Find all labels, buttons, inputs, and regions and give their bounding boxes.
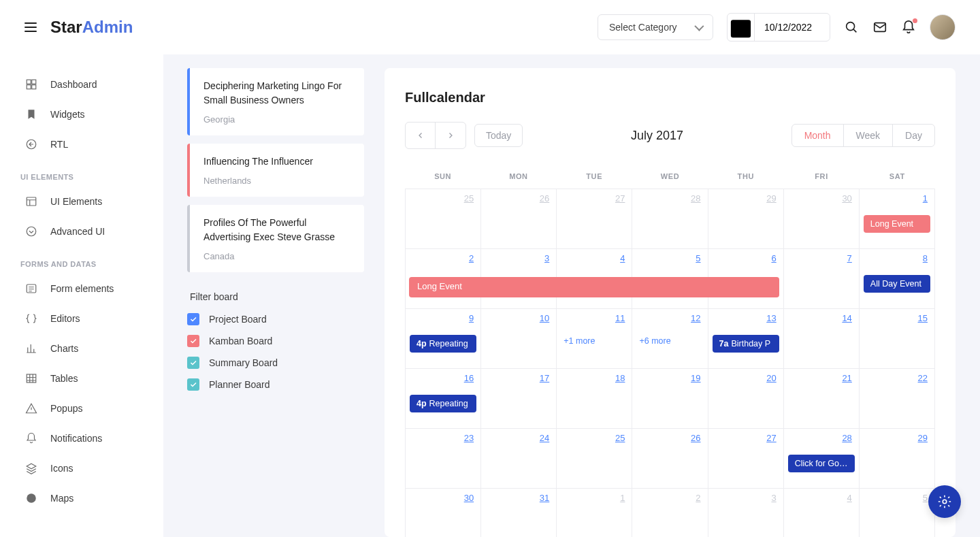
calendar-cell[interactable]: 20 [708,369,784,429]
day-number[interactable]: 31 [540,493,549,503]
day-number[interactable]: 11 [615,313,625,323]
sidebar-item-popups[interactable]: Popups [0,393,163,423]
day-number[interactable]: 9 [469,313,474,323]
day-number[interactable]: 17 [540,373,549,383]
day-number[interactable]: 27 [615,193,625,204]
day-number[interactable]: 28 [691,193,700,204]
sidebar-item-icons[interactable]: Icons [0,453,163,483]
event-long-event-span[interactable]: Long Event [409,277,779,297]
prev-button[interactable] [406,123,436,148]
day-number[interactable]: 27 [766,433,776,443]
calendar-cell[interactable]: 26 [481,189,557,249]
calendar-cell[interactable]: 5 [860,489,935,537]
logo[interactable]: StarAdmin [50,18,133,37]
calendar-cell[interactable]: 3 [708,489,784,537]
calendar-cell[interactable]: 18 [557,369,632,429]
day-number[interactable]: 26 [540,193,549,204]
calendar-cell[interactable]: 24 [481,429,557,489]
event-all-day[interactable]: All Day Event [864,275,930,293]
sidebar-item-form-elements[interactable]: Form elements [0,274,163,304]
day-number[interactable]: 25 [464,193,474,204]
day-number[interactable]: 16 [464,373,474,383]
event-google[interactable]: Click for Goog [788,455,855,472]
day-number[interactable]: 23 [464,433,474,443]
more-link[interactable]: +6 more [639,336,670,346]
event-repeating[interactable]: 4pRepeating [410,395,476,412]
calendar-icon[interactable] [728,14,755,41]
filter-planner-board[interactable]: Planner Board [187,378,364,391]
calendar-cell[interactable]: 12+6 more [632,309,708,369]
date-input[interactable] [755,15,830,39]
calendar-cell[interactable]: 1Long Event [860,189,935,249]
day-number[interactable]: 28 [842,433,851,443]
day-number[interactable]: 19 [691,373,700,383]
day-number[interactable]: 26 [691,433,700,443]
calendar-cell[interactable]: 15 [860,309,935,369]
calendar-cell[interactable]: 25 [557,429,632,489]
info-card[interactable]: Influencing The Influencer Netherlands [187,144,364,197]
calendar-cell[interactable]: 137aBirthday P [708,309,784,369]
day-number[interactable]: 4 [620,253,625,263]
day-number[interactable]: 8 [923,253,928,263]
sidebar-item-widgets[interactable]: Widgets [0,99,163,129]
sidebar-item-notifications[interactable]: Notifications [0,423,163,453]
search-icon[interactable] [844,20,859,35]
calendar-cell[interactable]: 26 [632,429,708,489]
today-button[interactable]: Today [474,124,523,147]
sidebar-item-maps[interactable]: Maps [0,483,163,513]
avatar[interactable] [930,14,956,40]
day-number[interactable]: 12 [691,313,700,323]
day-number[interactable]: 20 [766,373,776,383]
calendar-cell[interactable]: 28 [632,189,708,249]
calendar-cell[interactable]: 29 [708,189,784,249]
calendar-cell[interactable]: 7 [784,249,860,309]
event-long-event[interactable]: Long Event [864,215,930,233]
info-card[interactable]: Deciphering Marketing Lingo For Small Bu… [187,68,364,135]
view-week-button[interactable]: Week [843,125,893,146]
sidebar-item-editors[interactable]: Editors [0,304,163,333]
calendar-cell[interactable]: 164pRepeating [406,369,481,429]
day-number[interactable]: 2 [469,253,474,263]
day-number[interactable]: 2 [696,493,700,503]
day-number[interactable]: 15 [918,313,928,323]
day-number[interactable]: 30 [464,493,474,503]
day-number[interactable]: 3 [544,253,549,263]
day-number[interactable]: 29 [918,433,928,443]
menu-toggle-icon[interactable] [24,22,37,32]
calendar-cell[interactable]: 2 [632,489,708,537]
mail-icon[interactable] [872,20,887,35]
day-number[interactable]: 7 [847,253,852,263]
calendar-cell[interactable]: 31 [481,489,557,537]
calendar-cell[interactable]: 4 [784,489,860,537]
calendar-cell[interactable]: 30 [784,189,860,249]
calendar-cell[interactable]: 17 [481,369,557,429]
calendar-cell[interactable]: 22 [860,369,935,429]
bell-icon[interactable] [901,20,916,35]
next-button[interactable] [436,123,466,148]
day-number[interactable]: 5 [923,493,928,503]
calendar-cell[interactable]: 19 [632,369,708,429]
day-number[interactable]: 14 [842,313,851,323]
day-number[interactable]: 24 [540,433,549,443]
calendar-cell[interactable]: 11+1 more [557,309,632,369]
info-card[interactable]: Profiles Of The Powerful Advertising Exe… [187,205,364,272]
day-number[interactable]: 4 [847,493,852,503]
settings-fab[interactable] [928,485,961,518]
day-number[interactable]: 13 [766,313,776,323]
filter-project-board[interactable]: Project Board [187,313,364,325]
day-number[interactable]: 3 [771,493,776,503]
sidebar-item-advanced-ui[interactable]: Advanced UI [0,216,163,246]
calendar-cell[interactable]: 23 [406,429,481,489]
day-number[interactable]: 22 [918,373,928,383]
calendar-cell[interactable]: 27 [557,189,632,249]
view-day-button[interactable]: Day [892,125,934,146]
calendar-cell[interactable]: 10 [481,309,557,369]
calendar-cell[interactable]: 27 [708,429,784,489]
more-link[interactable]: +1 more [564,336,595,346]
sidebar-item-ui-elements[interactable]: UI Elements [0,186,163,216]
day-number[interactable]: 29 [766,193,776,204]
view-month-button[interactable]: Month [792,125,843,146]
category-select[interactable]: Select Category [598,14,713,40]
filter-summary-board[interactable]: Summary Board [187,357,364,369]
sidebar-item-tables[interactable]: Tables [0,363,163,393]
